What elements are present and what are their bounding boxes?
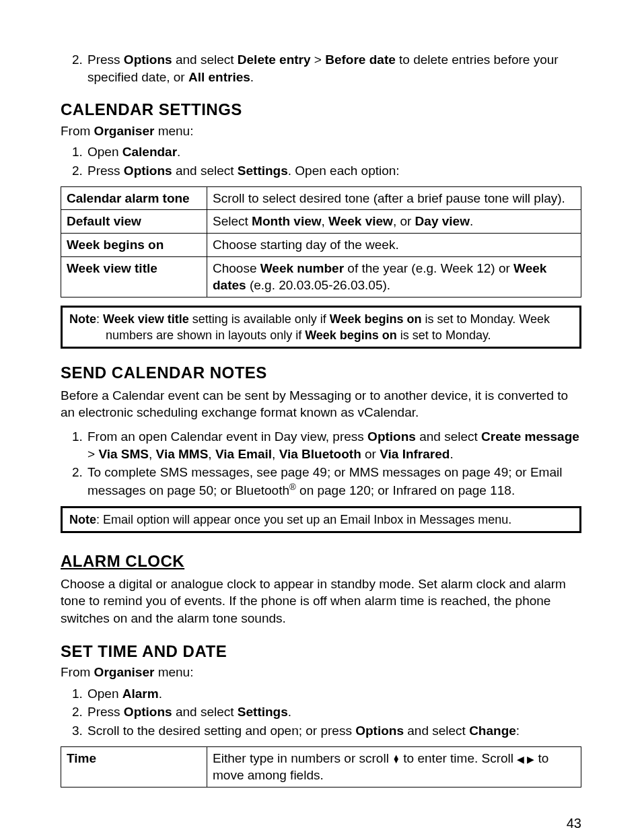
page-number: 43 [61,814,581,833]
calset-steps: Open Calendar. Press Options and select … [61,143,581,179]
settime-intro: From Organiser menu: [61,664,581,681]
cell-label: Calendar alarm tone [61,186,207,210]
heading-set-time: SET TIME AND DATE [61,641,581,662]
registered-icon: ® [289,482,296,492]
cell-label: Time [61,746,207,787]
heading-send-notes: SEND CALENDAR NOTES [61,362,581,384]
calset-note: Note: Week view title setting is availab… [61,306,581,349]
up-down-icon: ▲▼ [392,755,400,763]
heading-calendar-settings: CALENDAR SETTINGS [61,99,581,120]
delete-steps: Press Options and select Delete entry > … [61,51,581,85]
settime-table: Time Either type in numbers or scroll ▲▼… [61,746,581,788]
cell-label: Week begins on [61,233,207,256]
cell-value: Choose starting day of the week. [207,233,581,256]
settime-step-3: Scroll to the desired setting and open; … [86,722,581,740]
left-right-icon: ◀ ▶ [517,753,534,764]
cell-value: Scroll to select desired tone (after a b… [207,186,581,210]
send-body: Before a Calendar event can be sent by M… [61,387,581,421]
send-step-2: To complete SMS messages, see page 49; o… [86,464,581,499]
send-steps: From an open Calendar event in Day view,… [61,428,581,499]
send-note: Note: Email option will appear once you … [61,506,581,533]
settime-step-1: Open Alarm. [86,685,581,703]
alarm-body: Choose a digital or analogue clock to ap… [61,575,581,627]
cell-label: Default view [61,210,207,234]
cell-value: Choose Week number of the year (e.g. Wee… [207,256,581,297]
table-row: Time Either type in numbers or scroll ▲▼… [61,746,581,787]
delete-step-2: Press Options and select Delete entry > … [86,51,581,85]
table-row: Week view title Choose Week number of th… [61,256,581,297]
table-row: Week begins on Choose starting day of th… [61,233,581,256]
cell-label: Week view title [61,256,207,297]
heading-alarm-clock: ALARM CLOCK [61,551,581,572]
cell-value: Either type in numbers or scroll ▲▼ to e… [207,746,581,787]
settime-step-2: Press Options and select Settings. [86,703,581,721]
table-row: Default view Select Month view, Week vie… [61,210,581,234]
calset-step-2: Press Options and select Settings. Open … [86,162,581,180]
calset-table: Calendar alarm tone Scroll to select des… [61,186,581,298]
calset-intro: From Organiser menu: [61,123,581,140]
settime-steps: Open Alarm. Press Options and select Set… [61,685,581,740]
send-step-1: From an open Calendar event in Day view,… [86,428,581,462]
cell-value: Select Month view, Week view, or Day vie… [207,210,581,234]
calset-step-1: Open Calendar. [86,143,581,161]
table-row: Calendar alarm tone Scroll to select des… [61,186,581,210]
